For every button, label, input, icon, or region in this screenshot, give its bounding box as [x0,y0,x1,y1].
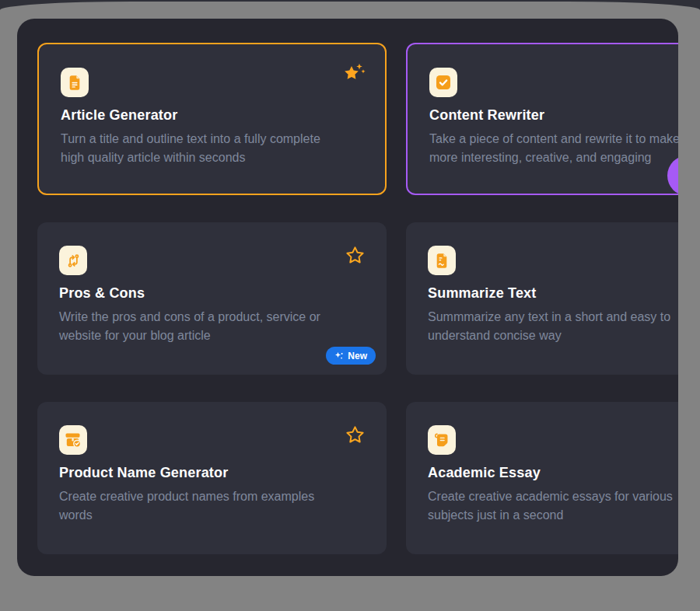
sparkles-icon [334,351,344,361]
product-box-icon [65,432,82,448]
favorite-star-filled-icon[interactable] [342,63,366,86]
favorite-star-outline-icon[interactable] [345,425,365,444]
card-description-line: Create creative academic essays for vari… [428,487,678,506]
card-content-rewriter[interactable]: Content Rewriter Take a piece of content… [406,43,678,195]
card-description-line: high quality article within seconds [61,148,363,167]
summary-document-icon [435,253,449,269]
card-pros-and-cons[interactable]: Pros & Cons Write the pros and cons of a… [37,222,387,375]
card-description-line: subjects just in a second [428,506,678,525]
card-description-line: Create creative product names from examp… [59,487,365,506]
card-description-line: words [59,506,365,525]
card-title: Product Name Generator [59,465,365,481]
icon-tile [429,68,457,97]
card-description: Write the pros and cons of a product, se… [59,308,365,345]
new-badge-label: New [348,351,367,361]
card-title: Article Generator [61,107,363,124]
card-summarize-text[interactable]: Summarize Text Summmarize any text in a … [406,222,678,375]
card-title: Academic Essay [428,465,678,481]
card-description-line: more interesting, creative, and engaging [429,148,678,167]
scroll-icon [434,432,450,449]
icon-tile [59,425,87,455]
card-description: Turn a title and outline text into a ful… [61,130,363,167]
card-title: Content Rewriter [429,107,678,124]
card-description-line: website for your blog article [59,326,365,345]
new-badge: New [326,347,376,365]
card-title: Summarize Text [428,285,678,302]
checkbox-icon [436,75,451,90]
card-description: Create creative product names from examp… [59,487,365,525]
card-title: Pros & Cons [59,285,365,302]
icon-tile [61,68,89,97]
card-article-generator[interactable]: Article Generator Turn a title and outli… [37,43,387,195]
card-description-line: Write the pros and cons of a product, se… [59,308,365,326]
templates-panel: Article Generator Turn a title and outli… [17,19,678,576]
icon-tile [428,246,456,275]
card-description-line: Summmarize any text in a short and easy … [428,308,678,326]
card-description-line: understand concise way [428,326,678,345]
card-description-line: Take a piece of content and rewrite it t… [429,130,678,148]
card-description: Take a piece of content and rewrite it t… [429,130,678,167]
card-description-line: Turn a title and outline text into a ful… [61,130,363,148]
card-description: Create creative academic essays for vari… [428,487,678,525]
swap-arrows-icon [65,253,82,269]
favorite-star-outline-icon[interactable] [345,246,365,264]
card-description: Summmarize any text in a short and easy … [428,308,678,345]
document-icon [68,75,82,91]
icon-tile [428,425,456,455]
icon-tile [59,246,87,275]
templates-grid: Article Generator Turn a title and outli… [37,43,678,554]
card-product-name-generator[interactable]: Product Name Generator Create creative p… [37,402,387,554]
card-academic-essay[interactable]: Academic Essay Create creative academic … [406,402,678,554]
